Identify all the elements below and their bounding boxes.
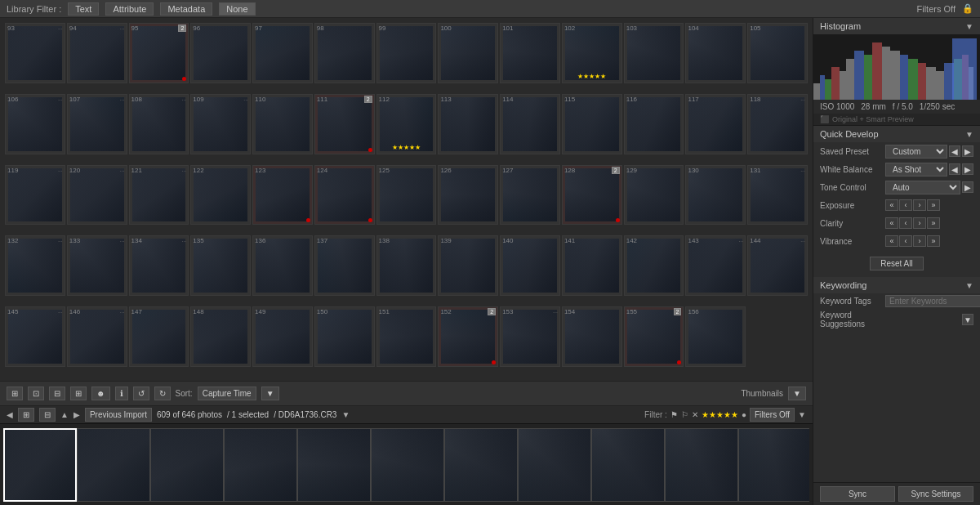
photo-cell-98[interactable]: 98: [314, 23, 375, 83]
vib-plus2-btn[interactable]: »: [927, 235, 940, 247]
photo-cell-139[interactable]: 139: [438, 235, 498, 296]
tone-arrow-btn[interactable]: ▶: [962, 181, 973, 193]
photo-cell-126[interactable]: 126: [438, 165, 498, 226]
sort-value[interactable]: Capture Time: [198, 387, 256, 400]
white-balance-select[interactable]: As Shot: [885, 163, 947, 177]
filter-color-btn[interactable]: ●: [742, 410, 746, 419]
photo-cell-107[interactable]: 107...: [67, 94, 127, 154]
keywording-header[interactable]: Keywording ▼: [813, 277, 980, 293]
photo-cell-150[interactable]: 150: [314, 306, 375, 367]
film-thumb-5[interactable]: 5: [297, 428, 371, 502]
photo-cell-132[interactable]: 132...: [5, 235, 65, 296]
photo-cell-129[interactable]: 129: [624, 165, 684, 226]
film-thumb-6[interactable]: 6: [371, 428, 444, 502]
preset-prev-btn[interactable]: ◀: [949, 145, 960, 157]
photo-cell-93[interactable]: 93...: [5, 23, 65, 83]
photo-cell-99[interactable]: 99: [376, 23, 437, 83]
film-thumb-8[interactable]: 8: [518, 428, 591, 502]
people-view-btn[interactable]: ☻: [91, 387, 110, 400]
photo-cell-108[interactable]: 108...: [129, 94, 189, 154]
photo-cell-123[interactable]: 123: [252, 165, 313, 226]
photo-cell-112[interactable]: 112★★★★★: [376, 94, 437, 154]
quick-develop-header[interactable]: Quick Develop ▼: [813, 126, 980, 142]
photo-cell-96[interactable]: 96: [190, 23, 251, 83]
photo-cell-125[interactable]: 125: [376, 165, 437, 226]
photo-cell-119[interactable]: 119...: [5, 165, 65, 226]
photo-cell-133[interactable]: 133...: [67, 235, 127, 296]
reset-all-btn[interactable]: Reset All: [870, 257, 923, 270]
photo-cell-121[interactable]: 121...: [129, 165, 189, 226]
exp-plus2-btn[interactable]: »: [927, 199, 940, 211]
film-thumb-10[interactable]: 10: [665, 428, 738, 502]
photo-cell-104[interactable]: 104: [685, 23, 746, 83]
photo-cell-145[interactable]: 145...: [5, 306, 65, 367]
photo-cell-154[interactable]: 154: [562, 306, 622, 367]
photo-cell-151[interactable]: 151: [376, 306, 437, 367]
photo-cell-140[interactable]: 140: [500, 235, 560, 296]
wb-next-btn[interactable]: ▶: [962, 163, 973, 175]
photo-cell-113[interactable]: 113: [438, 94, 498, 154]
photo-cell-149[interactable]: 149: [252, 306, 313, 367]
film-thumb-11[interactable]: 11: [738, 428, 809, 502]
kw-suggestions-expand-btn[interactable]: ▼: [962, 314, 973, 325]
filename-arrow-btn[interactable]: ▼: [341, 410, 350, 419]
photo-cell-124[interactable]: 124: [314, 165, 375, 226]
info-btn[interactable]: ℹ: [115, 387, 128, 400]
exp-plus1-btn[interactable]: ›: [913, 199, 926, 211]
survey-view-btn[interactable]: ⊞: [70, 387, 87, 400]
film-thumb-7[interactable]: 7: [444, 428, 518, 502]
photo-cell-114[interactable]: 114: [500, 94, 560, 154]
photo-cell-95[interactable]: 952: [129, 23, 189, 83]
nav-right-btn[interactable]: ▶: [74, 410, 80, 419]
film-thumb-1[interactable]: 1: [3, 428, 77, 502]
grid-btn[interactable]: ⊞: [18, 408, 34, 422]
filters-down-btn[interactable]: ▼: [798, 410, 806, 419]
keyword-tags-input[interactable]: [885, 295, 980, 307]
thumbnails-down-btn[interactable]: ▼: [788, 387, 806, 400]
photo-cell-94[interactable]: 94...: [67, 23, 127, 83]
sync-settings-btn[interactable]: Sync Settings: [898, 486, 973, 502]
photo-cell-155[interactable]: 1552: [624, 306, 684, 367]
tone-select[interactable]: Auto: [885, 181, 960, 194]
photo-cell-138[interactable]: 138: [376, 235, 437, 296]
photo-cell-144[interactable]: 144...: [747, 235, 808, 296]
compare-view-btn[interactable]: ⊟: [49, 387, 65, 400]
filter-metadata-btn[interactable]: Metadata: [160, 2, 212, 16]
photo-cell-110[interactable]: 110: [252, 94, 313, 154]
sync-btn[interactable]: Sync: [820, 486, 895, 502]
clar-plus1-btn[interactable]: ›: [913, 217, 926, 229]
clar-plus2-btn[interactable]: »: [927, 217, 940, 229]
photo-cell-120[interactable]: 120...: [67, 165, 127, 226]
filter-flag2-btn[interactable]: ⚐: [681, 410, 688, 419]
photo-cell-128[interactable]: 1282: [562, 165, 622, 226]
rotate-left-btn[interactable]: ↺: [133, 387, 149, 400]
grid-view-btn[interactable]: ⊞: [7, 387, 23, 400]
vib-minus1-btn[interactable]: ‹: [899, 235, 912, 247]
photo-cell-135[interactable]: 135: [190, 235, 251, 296]
photo-cell-152[interactable]: 1522: [438, 306, 498, 367]
filter-x-btn[interactable]: ✕: [692, 410, 698, 419]
photo-cell-146[interactable]: 146...: [67, 306, 127, 367]
photo-cell-153[interactable]: 153...: [500, 306, 560, 367]
photo-cell-134[interactable]: 134...: [129, 235, 189, 296]
sort-dir-btn[interactable]: ▼: [261, 387, 279, 400]
film-thumb-2[interactable]: 2: [77, 428, 150, 502]
photo-cell-122[interactable]: 122: [190, 165, 251, 226]
preset-next-btn[interactable]: ▶: [962, 145, 973, 157]
photo-cell-111[interactable]: 1112: [314, 94, 375, 154]
filter-text-btn[interactable]: Text: [68, 2, 99, 16]
photo-cell-115[interactable]: 115: [562, 94, 622, 154]
rotate-right-btn[interactable]: ↻: [154, 387, 171, 400]
filter-flag-btn[interactable]: ⚑: [670, 410, 678, 419]
photo-cell-100[interactable]: 100: [438, 23, 498, 83]
nav-left-btn[interactable]: ◀: [7, 410, 13, 419]
exp-minus2-btn[interactable]: «: [885, 199, 898, 211]
film-thumb-4[interactable]: 4: [224, 428, 297, 502]
vib-plus1-btn[interactable]: ›: [913, 235, 926, 247]
photo-cell-141[interactable]: 141: [562, 235, 622, 296]
clar-minus2-btn[interactable]: «: [885, 217, 898, 229]
film-thumb-3[interactable]: 3: [150, 428, 224, 502]
photo-cell-127[interactable]: 127: [500, 165, 560, 226]
photo-cell-109[interactable]: 109...: [190, 94, 251, 154]
photo-cell-143[interactable]: 143...: [685, 235, 746, 296]
